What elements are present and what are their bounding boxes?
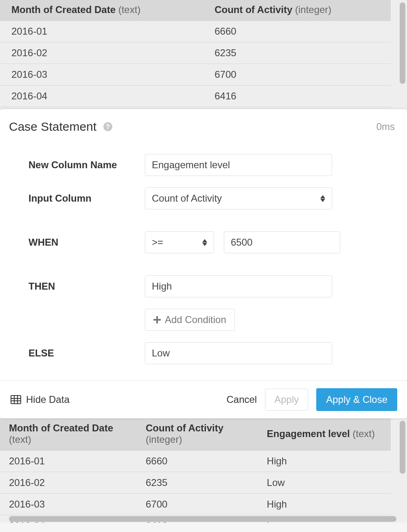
cell-level: Low [258,472,391,494]
label-new-column: New Column Name [28,159,145,171]
cancel-button[interactable]: Cancel [226,394,257,405]
top-data-table: Month of Created Date (text) Count of Ac… [0,0,391,109]
column-header[interactable]: Month of Created Date (text) [0,418,137,451]
cell-month: 2016-01 [0,21,203,42]
cell-month: 2016-04 [0,86,203,107]
modal-title: Case Statement [9,120,96,134]
then-value-input[interactable] [145,275,332,297]
label-input-column: Input Column [28,193,145,204]
table-row: 2016-02 6235 Low [0,472,391,494]
add-condition-button[interactable]: Add Condition [145,309,235,331]
column-header[interactable]: Month of Created Date (text) [0,0,203,21]
column-header[interactable]: Count of Activity (integer) [137,418,258,451]
column-name: Month of Created Date [9,422,113,433]
sort-icon [320,195,325,202]
svg-marker-3 [320,199,325,202]
column-header[interactable]: Count of Activity (integer) [203,0,391,21]
label-when: WHEN [28,237,145,248]
column-name: Count of Activity [146,422,223,433]
table-row: 2016-02 6235 [0,42,391,64]
column-type: (text) [118,4,141,15]
apply-close-button[interactable]: Apply & Close [316,388,397,411]
table-header-row: Month of Created Date (text) Count of Ac… [0,418,391,451]
case-statement-modal: Case Statement ? 0ms New Column Name Inp… [0,109,407,418]
cell-month: 2016-02 [0,472,137,494]
column-type: (text) [9,434,31,445]
column-name: Month of Created Date [11,4,116,15]
when-operator-select[interactable]: >= [145,231,214,253]
else-value-input[interactable] [145,342,332,364]
cell-count: 6700 [203,64,391,86]
cell-count: 6660 [203,21,391,42]
top-data-panel: Month of Created Date (text) Count of Ac… [0,0,407,109]
when-value-input[interactable] [224,231,340,253]
apply-button[interactable]: Apply [265,389,308,411]
bottom-data-table: Month of Created Date (text) Count of Ac… [0,418,391,523]
column-name: Count of Activity [214,4,292,15]
column-header[interactable]: Engagement level (text) [258,418,391,451]
select-value: >= [152,237,163,248]
table-row: 2016-01 6660 High [0,451,391,472]
table-row: 2016-04 6416 [0,86,391,107]
bottom-data-panel: Month of Created Date (text) Count of Ac… [0,418,407,523]
svg-text:?: ? [106,123,110,131]
plus-icon [153,316,161,323]
hide-data-label: Hide Data [26,394,70,405]
table-row: 2016-03 6700 High [0,494,391,515]
table-row: 2016-01 6660 [0,21,391,42]
scrollbar-thumb[interactable] [400,421,405,474]
label-then: THEN [28,281,145,292]
vertical-scrollbar[interactable] [400,421,405,513]
svg-rect-8 [11,396,21,404]
cell-count: 6700 [137,494,258,515]
column-type: (integer) [146,434,182,445]
hide-data-toggle[interactable]: Hide Data [11,394,70,405]
svg-marker-5 [202,243,207,246]
svg-marker-2 [320,195,325,198]
cell-count: 6235 [137,472,258,494]
table-row: 2016-03 6700 [0,64,391,86]
cell-count: 6416 [203,86,391,107]
svg-rect-7 [153,319,161,321]
cell-month: 2016-03 [0,64,203,86]
query-timing: 0ms [376,121,395,132]
cell-month: 2016-02 [0,42,203,64]
new-column-name-input[interactable] [145,154,332,176]
column-type: (text) [352,428,375,439]
select-value: Count of Activity [152,193,222,204]
add-condition-label: Add Condition [165,314,226,325]
scrollbar-thumb[interactable] [400,2,405,84]
sort-icon [202,239,207,246]
table-header-row: Month of Created Date (text) Count of Ac… [0,0,391,21]
cell-count: 6235 [203,42,391,64]
cell-level: High [258,451,391,472]
svg-marker-4 [202,239,207,242]
help-icon[interactable]: ? [103,122,113,132]
cell-month: 2016-03 [0,494,137,515]
label-else: ELSE [28,347,145,359]
horizontal-scrollbar[interactable] [9,516,396,522]
column-type: (integer) [295,4,331,15]
modal-footer: Hide Data Cancel Apply Apply & Close [0,380,407,418]
column-name: Engagement level [267,428,350,439]
modal-header: Case Statement ? 0ms [0,109,407,138]
cell-month: 2016-01 [0,451,137,472]
input-column-select[interactable]: Count of Activity [145,187,332,209]
cell-level: High [258,494,391,515]
vertical-scrollbar[interactable] [400,2,405,107]
cell-count: 6660 [137,451,258,472]
table-icon [11,395,21,404]
